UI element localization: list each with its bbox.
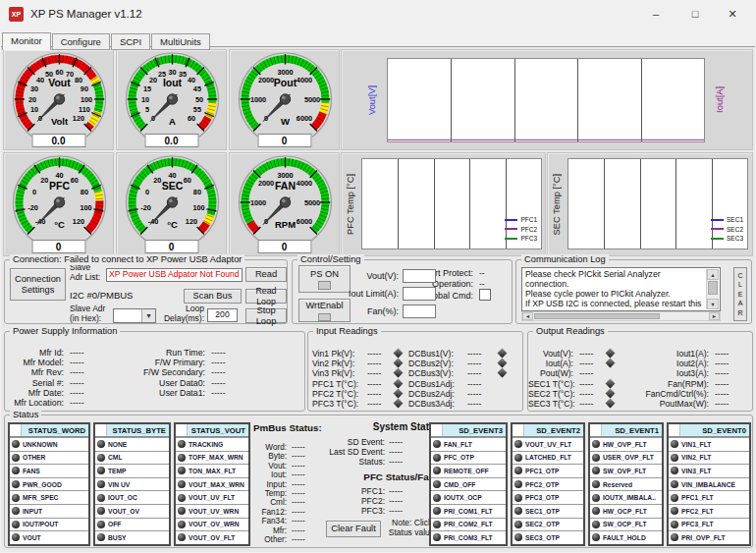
status-item: VIN2_FLT	[669, 451, 749, 465]
svg-text:120: 120	[186, 217, 197, 226]
system-row-value[interactable]: -----	[389, 447, 403, 457]
status-diamond-indicator	[606, 349, 616, 359]
log-hscrollbar[interactable]: ◄ ►	[521, 311, 721, 321]
reading-value: -----	[70, 367, 84, 377]
scroll-left-icon[interactable]: ◄	[522, 312, 533, 320]
pmbus-row-value[interactable]: -----	[292, 470, 305, 479]
pmbus-row-value[interactable]: -----	[292, 443, 305, 452]
tab-multiunits[interactable]: MultiUnits	[151, 33, 210, 50]
titlebar[interactable]: XP XP PS Manager v1.12 – □ ✕	[0, 0, 756, 28]
status-table-sd_event1: SD_EVENT1HW_OVP_FLTUSER_OVP_FLTSW_OVP_FL…	[588, 422, 664, 546]
pmbus-row-value[interactable]: -----	[292, 508, 305, 517]
scroll-right-icon[interactable]: ►	[709, 312, 720, 320]
status-item-label: PFC3_FLT	[681, 521, 714, 527]
pmbus-row-value[interactable]: -----	[292, 526, 305, 535]
clear-fault-button[interactable]: Clear Fault	[326, 521, 381, 537]
hscroll-thumb[interactable]	[534, 313, 660, 319]
clear-log-button[interactable]: CLEAR	[733, 267, 747, 321]
svg-text:100: 100	[81, 95, 92, 104]
close-button[interactable]: ✕	[715, 2, 750, 26]
system-row-label: Status:	[324, 457, 385, 467]
pmbus-row-label: Fan12:	[253, 508, 287, 517]
tab-monitor[interactable]: Monitor	[2, 32, 51, 50]
status-item: MFR_SPEC	[10, 490, 88, 504]
log-textarea[interactable]: Please check PICkit Serial Analyzer conn…	[521, 267, 721, 311]
minimize-button[interactable]: –	[638, 2, 674, 26]
svg-text:RPM: RPM	[275, 219, 296, 230]
pfc-row-value[interactable]: -----	[389, 506, 403, 516]
status-table-header: SD_EVENT1	[590, 424, 662, 437]
system-row-value[interactable]: -----	[389, 437, 403, 447]
system-row-value[interactable]: -----	[389, 457, 403, 467]
status-item-label: REMOTE_OFF	[444, 468, 489, 474]
status-led	[592, 467, 600, 474]
chart-legend: SEC1SEC2SEC3	[711, 216, 743, 245]
status-item: VOUT_OV_WRN	[176, 518, 248, 531]
control-field-input[interactable]	[403, 304, 436, 318]
tx-global-cmd-checkbox[interactable]	[479, 289, 491, 301]
pmbus-row-value[interactable]: -----	[292, 498, 305, 507]
read-loop-button[interactable]: Read Loop	[245, 289, 287, 304]
stop-loop-button[interactable]: Stop Loop	[245, 308, 287, 323]
log-vscrollbar[interactable]: ▲ ▼	[706, 269, 719, 309]
status-item-label: VOUT_OV_WRN	[189, 521, 240, 527]
legend-item: SEC3	[711, 235, 743, 242]
read-button[interactable]: Read	[245, 267, 287, 282]
y-axis-label-text: PFC Temp [°C]	[346, 174, 355, 235]
adaptor-status-field[interactable]: XP Power USB Adpator Not Found	[106, 268, 243, 282]
status-led	[592, 521, 600, 528]
reading-l: PFC2 T(°C):	[312, 389, 365, 399]
pfc-row-value[interactable]: -----	[389, 496, 403, 506]
svg-text:20: 20	[28, 95, 36, 104]
y2-axis-label-text: Iout[A]	[715, 86, 725, 113]
status-item: VIN_IMBALANCE	[669, 477, 749, 491]
status-item-label: SEC2_OTP	[525, 521, 560, 527]
status-led	[514, 480, 522, 488]
control-field-input[interactable]	[403, 269, 436, 283]
tab-scpi[interactable]: SCPI	[111, 33, 150, 50]
control-field-input[interactable]	[403, 287, 436, 301]
vscroll-thumb[interactable]	[708, 281, 718, 295]
reading-l: PFC3 T(°C):	[312, 399, 365, 409]
pmbus-row-value[interactable]: -----	[292, 489, 305, 498]
pmbus-row-value[interactable]: -----	[292, 462, 305, 470]
svg-text:2000: 2000	[258, 76, 274, 84]
gridline	[398, 159, 399, 249]
svg-text:0: 0	[145, 188, 149, 196]
pmbus-row-value[interactable]: -----	[292, 517, 305, 525]
scan-bus-button[interactable]: Scan Bus	[184, 289, 242, 304]
pmbus-row-value[interactable]: -----	[292, 452, 305, 461]
status-led	[514, 521, 522, 528]
status-diamond-indicator	[606, 388, 616, 398]
y-axis-label: PFC Temp [°C]	[344, 153, 357, 255]
pfc-row-value[interactable]: -----	[389, 486, 403, 496]
maximize-button[interactable]: □	[677, 2, 713, 26]
reading-l: SEC2 T(°C):	[528, 389, 573, 399]
svg-text:3000: 3000	[277, 171, 293, 180]
tab-configure[interactable]: Configure	[52, 33, 110, 50]
scroll-up-icon[interactable]: ▲	[707, 269, 719, 280]
status-item: PFC_OTP	[431, 451, 506, 465]
status-item-label: TOFF_MAX_WRN	[189, 454, 243, 461]
status-led	[514, 454, 522, 462]
gridline	[641, 59, 642, 141]
reading-l: Vin2 Pk(V):	[312, 359, 365, 368]
connection-group: Connection: Failed to connect to XP Powe…	[4, 259, 288, 324]
pmbus-row-value[interactable]: -----	[292, 480, 305, 489]
chevron-down-icon: ▾	[141, 309, 155, 322]
legend-label: PFC2	[520, 226, 537, 233]
status-item-label: BUSY	[108, 534, 127, 541]
pmbus-row-value[interactable]: -----	[292, 535, 305, 544]
status-item-label: VIN UV	[108, 481, 130, 488]
status-item: VOUT_UV_WRN	[176, 504, 248, 518]
ps-on-indicator	[318, 281, 331, 290]
status-led	[178, 454, 186, 462]
slave-adr-select[interactable]: ▾	[113, 308, 156, 323]
connection-settings-button[interactable]: Connection Settings	[10, 268, 66, 301]
svg-text:40: 40	[168, 171, 176, 180]
loop-delay-field[interactable]: 200	[207, 308, 238, 322]
gauge-fan-value: 0	[257, 240, 311, 253]
reading-rv: -----	[715, 379, 748, 389]
scroll-down-icon[interactable]: ▼	[707, 299, 719, 309]
vout-iout-chart: Vout[V]Iout[A]	[341, 49, 753, 150]
